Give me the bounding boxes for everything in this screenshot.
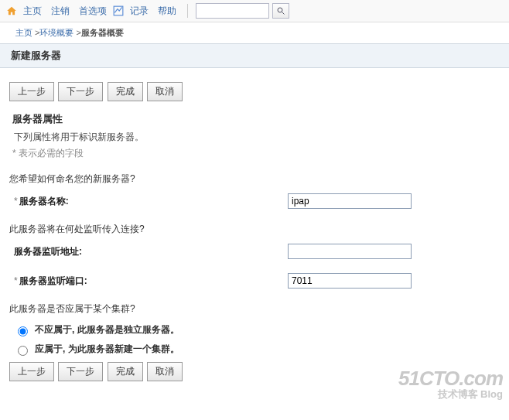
crumb-home[interactable]: 主页 [15,28,32,37]
label-cluster: 应属于, 为此服务器新建一个集群。 [35,343,179,356]
content: 上一步 下一步 完成 取消 服务器属性 下列属性将用于标识新服务器。 * 表示必… [0,68,509,408]
crumb-env[interactable]: 环境概要 [39,28,73,37]
svg-line-2 [282,12,285,15]
question-listen: 此服务器将在何处监听传入连接? [9,223,500,236]
label-listen-addr: 服务器监听地址: [14,246,82,257]
finish-button-bottom[interactable]: 完成 [108,362,143,381]
label-server-name: 服务器名称: [19,196,69,207]
prev-button[interactable]: 上一步 [9,82,54,101]
nav-logout[interactable]: 注销 [48,5,73,18]
top-nav: 主页 注销 首选项 记录 帮助 [0,0,509,22]
question-cluster: 此服务器是否应属于某个集群? [9,302,500,316]
next-button[interactable]: 下一步 [58,82,103,101]
section-heading: 服务器属性 [12,112,500,126]
cancel-button[interactable]: 取消 [147,82,183,101]
button-row-bottom: 上一步 下一步 完成 取消 [9,362,500,381]
required-hint: * 表示必需的字段 [12,147,500,160]
prev-button-bottom[interactable]: 上一步 [9,362,54,381]
nav-record[interactable]: 记录 [127,5,152,18]
input-listen-addr[interactable] [288,244,412,259]
nav-help[interactable]: 帮助 [155,5,179,18]
cancel-button-bottom[interactable]: 取消 [147,362,183,381]
label-listen-port: 服务器监听端口: [19,275,87,286]
button-row-top: 上一步 下一步 完成 取消 [9,82,500,101]
home-icon [6,5,17,16]
nav-prefs[interactable]: 首选项 [76,5,110,18]
label-standalone: 不应属于, 此服务器是独立服务器。 [35,323,179,336]
chart-icon [113,5,124,16]
question-name: 您希望如何命名您的新服务器? [9,172,500,186]
radio-cluster[interactable] [18,346,28,356]
crumb-current: 服务器概要 [81,28,124,37]
input-server-name[interactable] [288,193,412,209]
input-listen-port[interactable] [288,273,412,289]
watermark-line2: 技术博客 Blog [398,388,503,401]
search-button[interactable] [272,3,289,19]
search-input[interactable] [196,3,269,19]
nav-home[interactable]: 主页 [20,5,45,18]
separator [187,4,188,18]
next-button-bottom[interactable]: 下一步 [58,362,103,381]
svg-point-1 [278,8,282,12]
finish-button[interactable]: 完成 [108,82,143,101]
section-desc: 下列属性将用于标识新服务器。 [14,131,500,144]
radio-standalone[interactable] [18,326,28,336]
breadcrumb: 主页 >环境概要 >服务器概要 [0,22,509,43]
page-title: 新建服务器 [0,43,509,68]
